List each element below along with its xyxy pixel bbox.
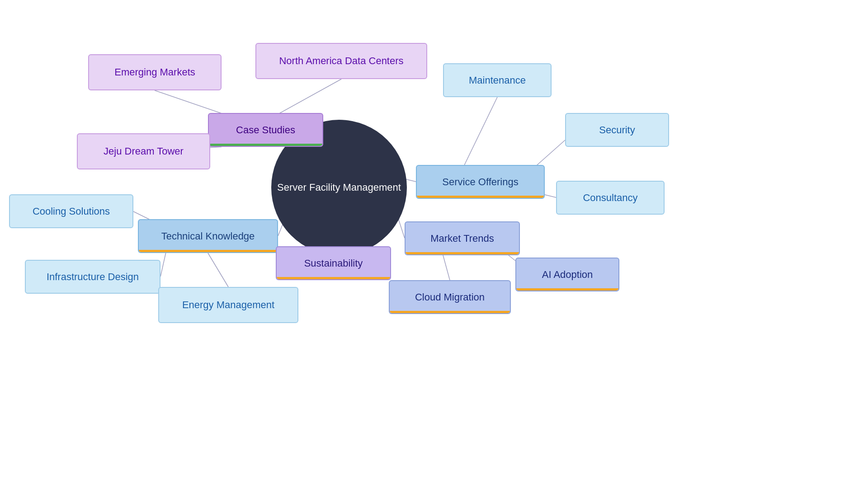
node-label-maintenance: Maintenance (469, 75, 526, 86)
node-market-trends[interactable]: Market Trends (405, 221, 520, 255)
node-label-market-trends: Market Trends (430, 233, 494, 244)
node-label-security: Security (599, 124, 635, 136)
node-north-america[interactable]: North America Data Centers (255, 43, 427, 79)
node-label-sustainability: Sustainability (304, 258, 363, 269)
node-label-technical-knowledge: Technical Knowledge (161, 230, 255, 242)
node-security[interactable]: Security (565, 113, 669, 147)
node-label-cloud-migration: Cloud Migration (415, 291, 485, 303)
svg-line-7 (208, 253, 228, 287)
center-label: Server Facility Management (277, 182, 401, 193)
node-cooling-solutions[interactable]: Cooling Solutions (9, 194, 133, 228)
node-label-emerging-markets: Emerging Markets (114, 66, 195, 78)
node-emerging-markets[interactable]: Emerging Markets (88, 54, 222, 90)
node-label-cooling-solutions: Cooling Solutions (33, 206, 110, 217)
node-label-consultancy: Consultancy (583, 192, 637, 204)
node-consultancy[interactable]: Consultancy (556, 181, 665, 215)
node-case-studies[interactable]: Case Studies (208, 113, 323, 147)
node-energy-management[interactable]: Energy Management (158, 287, 298, 323)
node-technical-knowledge[interactable]: Technical Knowledge (138, 219, 278, 253)
node-maintenance[interactable]: Maintenance (443, 63, 552, 97)
node-cloud-migration[interactable]: Cloud Migration (389, 280, 511, 314)
node-infrastructure-design[interactable]: Infrastructure Design (25, 260, 160, 294)
node-jeju-dream-tower[interactable]: Jeju Dream Tower (77, 133, 210, 169)
node-label-jeju-dream-tower: Jeju Dream Tower (104, 145, 184, 157)
node-label-infrastructure-design: Infrastructure Design (47, 271, 139, 283)
svg-line-10 (461, 97, 497, 172)
node-ai-adoption[interactable]: AI Adoption (515, 258, 619, 291)
node-label-case-studies: Case Studies (236, 124, 295, 136)
node-sustainability[interactable]: Sustainability (276, 246, 391, 280)
svg-line-14 (443, 255, 450, 280)
node-label-north-america: North America Data Centers (279, 55, 403, 67)
node-label-ai-adoption: AI Adoption (542, 269, 593, 281)
node-label-energy-management: Energy Management (182, 299, 274, 311)
node-service-offerings[interactable]: Service Offerings (416, 165, 545, 199)
node-label-service-offerings: Service Offerings (442, 176, 518, 188)
